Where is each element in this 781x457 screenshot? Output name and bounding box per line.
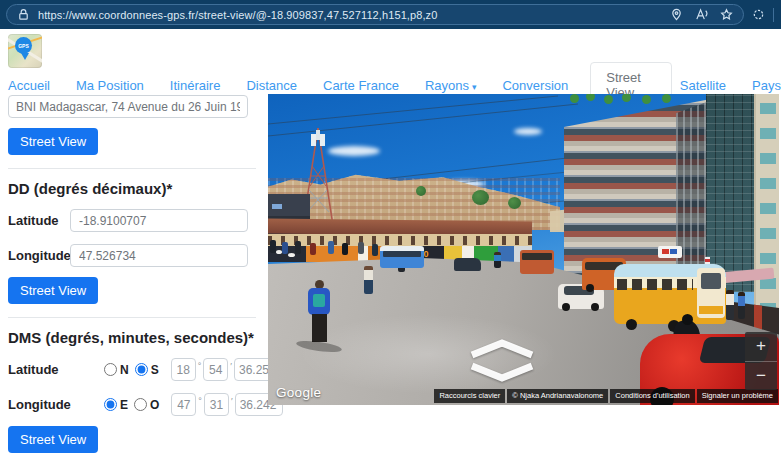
section-divider [8, 317, 256, 318]
east-label: E [120, 398, 128, 412]
pedestrian [282, 242, 288, 254]
dms-longitude-label: Longitude [8, 397, 70, 412]
read-aloud-icon[interactable] [695, 8, 708, 21]
chevron-up-icon [472, 343, 532, 355]
caret-down-icon: ▾ [472, 82, 477, 92]
west-label: O [150, 398, 159, 412]
street-view-button-dd[interactable]: Street View [8, 277, 98, 304]
keyboard-shortcuts-link[interactable]: Raccourcis clavier [434, 389, 505, 403]
zoom-in-button[interactable]: + [745, 332, 777, 361]
radio-west[interactable] [134, 398, 147, 411]
minute-mark: ′ [231, 396, 233, 406]
lon-minutes-input[interactable] [204, 393, 229, 416]
lock-icon [17, 8, 30, 21]
street-view-button-address[interactable]: Street View [8, 128, 98, 155]
teal-windows [760, 98, 776, 314]
pedestrian [726, 290, 734, 320]
minute-mark: ′ [230, 361, 232, 371]
address-input[interactable] [8, 95, 248, 118]
nav-item-conversion[interactable]: Conversion [502, 78, 568, 93]
address-bar[interactable]: https://www.coordonnees-gps.fr/street-vi… [6, 4, 744, 25]
nav-item-carte-france[interactable]: Carte France [323, 78, 399, 93]
cloud [514, 128, 542, 135]
pedestrian [270, 240, 276, 253]
navigation-chevrons[interactable] [466, 338, 538, 382]
dms-latitude-label: Latitude [8, 362, 70, 377]
nav-item-rayons[interactable]: Rayons▾ [425, 78, 477, 93]
bus-windows [617, 279, 693, 290]
pedestrian [494, 252, 501, 268]
dd-longitude-label: Longitude [8, 248, 70, 263]
south-label: S [151, 363, 159, 377]
location-pin-icon[interactable] [670, 8, 683, 21]
degree-mark: ° [198, 396, 202, 406]
pedestrian [358, 242, 364, 254]
google-watermark[interactable]: Google [276, 385, 321, 400]
radio-north[interactable] [104, 363, 117, 376]
coordinates-panel: Street View DD (degrés décimaux)* Latitu… [8, 88, 256, 457]
terms-of-use-link[interactable]: Conditions d'utilisation [610, 389, 694, 403]
north-label: N [120, 363, 129, 377]
nav-item-pays[interactable]: Pays [752, 78, 781, 93]
toolbar-divider [773, 8, 774, 22]
radio-east[interactable] [104, 398, 117, 411]
market-windows [268, 236, 532, 245]
zoom-control: + − [745, 332, 777, 390]
dark-car [454, 258, 481, 271]
pedestrian [372, 244, 378, 256]
pedestrian [295, 241, 301, 254]
favorite-star-icon[interactable] [720, 8, 733, 21]
url-text[interactable]: https://www.coordonnees-gps.fr/street-vi… [38, 9, 662, 21]
zoom-out-button[interactable]: − [745, 361, 777, 391]
chevron-down-icon [472, 366, 532, 378]
street-view-button-dms[interactable]: Street View [8, 426, 98, 453]
tree [472, 190, 489, 205]
dd-latitude-label: Latitude [8, 213, 70, 228]
beige-building [754, 94, 779, 322]
dd-latitude-input[interactable] [70, 209, 248, 232]
degree-mark: ° [198, 361, 202, 371]
man-in-blue-hoodie [304, 280, 338, 350]
browser-chrome: https://www.coordonnees-gps.fr/street-vi… [0, 0, 781, 29]
logo-gps-pin-tip [21, 53, 29, 60]
blue-van [380, 246, 424, 268]
report-problem-link[interactable]: Signaler un problème [697, 389, 778, 403]
lat-degrees-input[interactable] [171, 358, 196, 381]
small-orange-bus [520, 250, 554, 274]
dd-section-heading: DD (degrés décimaux)* [8, 180, 256, 197]
logo-gps-pin: GPS [15, 37, 32, 54]
lat-minutes-input[interactable] [203, 358, 228, 381]
pedestrian-crossing [364, 266, 373, 294]
pedestrian [738, 292, 745, 319]
lon-degrees-input[interactable] [171, 393, 196, 416]
pedestrian [342, 243, 348, 255]
dd-longitude-input[interactable] [70, 244, 248, 267]
rooftop-plants [564, 94, 682, 104]
small-shop-sign [658, 246, 682, 258]
section-divider [8, 168, 256, 169]
street-view-panorama[interactable]: 500 [268, 94, 779, 405]
tree [508, 197, 521, 209]
browser-essentials-icon[interactable] [752, 8, 765, 21]
glass-building [706, 94, 758, 292]
nav-item-satellite[interactable]: Satellite [680, 78, 726, 93]
tree [416, 186, 426, 196]
glass-grid [706, 94, 758, 292]
pedestrian [310, 243, 316, 255]
dms-section-heading: DMS (degrés, minutes, secondes)* [8, 329, 256, 346]
radio-south[interactable] [135, 363, 148, 376]
pedestrian [328, 241, 334, 254]
attribution-bar: Raccourcis clavier © Njaka Andrianavalon… [434, 389, 778, 403]
imagery-credit: © Njaka Andrianavalonome [507, 389, 608, 403]
bus-rear [697, 268, 725, 318]
